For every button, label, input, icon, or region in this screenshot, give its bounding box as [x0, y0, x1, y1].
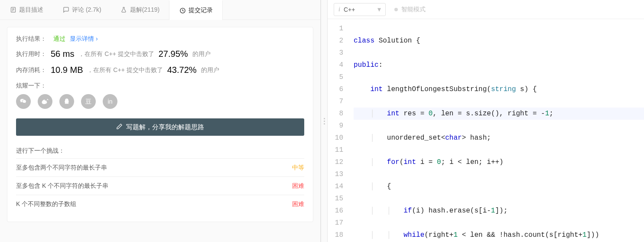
memory-text-before: ，在所有 C++ 提交中击败了 [87, 66, 163, 74]
challenge-item[interactable]: K 个不同整数的子数组 困难 [16, 195, 304, 213]
challenge-title: K 个不同整数的子数组 [16, 200, 76, 208]
challenge-item[interactable]: 至多包含 K 个不同字符的最长子串 困难 [16, 177, 304, 195]
editor-panel: i C++ ▾ 智能模式 123456789 10111213141516171… [328, 0, 644, 242]
tab-submissions-label: 提交记录 [189, 7, 213, 14]
tab-description[interactable]: 题目描述 [0, 0, 53, 20]
memory-value: 10.9 MB [51, 65, 83, 75]
share-weibo-icon[interactable] [38, 94, 52, 109]
challenge-title: 至多包含 K 个不同字符的最长子串 [16, 182, 108, 190]
tab-comments-label: 评论 (2.7k) [72, 6, 101, 14]
share-linkedin-icon[interactable]: in [103, 94, 117, 109]
resize-handle[interactable] [321, 0, 328, 242]
runtime-value: 56 ms [51, 49, 74, 59]
runtime-label: 执行用时： [16, 50, 46, 58]
write-solution-label: 写题解，分享我的解题思路 [126, 123, 204, 131]
challenge-item[interactable]: 至多包含两个不同字符的最长子串 中等 [16, 158, 304, 177]
editor-toolbar: i C++ ▾ 智能模式 [328, 0, 644, 19]
share-douban-icon[interactable]: 豆 [81, 94, 96, 109]
memory-percent: 43.72% [167, 65, 197, 75]
runtime-percent: 27.95% [159, 49, 188, 59]
write-solution-button[interactable]: 写题解，分享我的解题思路 [16, 118, 304, 136]
next-challenge-label: 进行下一个挑战： [16, 147, 304, 155]
tab-description-label: 题目描述 [19, 6, 43, 14]
history-icon [179, 7, 186, 14]
comment-icon [62, 7, 69, 13]
tab-solutions-label: 题解(2119) [130, 6, 159, 14]
runtime-text-before: ，在所有 C++ 提交中击败了 [78, 50, 154, 58]
left-panel: 题目描述 评论 (2.7k) 题解(2119) 提交记录 [0, 0, 321, 242]
pencil-icon [116, 123, 123, 131]
code-content[interactable]: class Solution { public: int lengthOfLon… [349, 19, 644, 242]
challenge-title: 至多包含两个不同字符的最长子串 [16, 164, 107, 172]
dot-icon [394, 8, 398, 11]
result-detail-link[interactable]: 显示详情 › [70, 35, 98, 43]
document-icon [10, 7, 16, 13]
tabs-bar: 题目描述 评论 (2.7k) 题解(2119) 提交记录 [0, 0, 320, 20]
runtime-text-after: 的用户 [192, 50, 211, 58]
challenge-level: 中等 [292, 164, 304, 172]
result-card: 执行结果： 通过 显示详情 › 执行用时： 56 ms ，在所有 C++ 提交中… [7, 27, 313, 222]
chevron-down-icon: ▾ [377, 5, 381, 13]
result-status: 通过 [53, 35, 65, 43]
result-label: 执行结果： [16, 35, 46, 43]
line-numbers: 123456789 101112131415161718 [328, 19, 349, 242]
smart-mode-toggle[interactable]: 智能模式 [394, 6, 426, 13]
tab-comments[interactable]: 评论 (2.7k) [53, 0, 111, 20]
share-wechat-icon[interactable] [16, 94, 31, 109]
challenge-level: 困难 [292, 182, 304, 190]
language-value: C++ [344, 6, 374, 13]
smart-mode-label: 智能模式 [401, 6, 426, 13]
info-icon: i [338, 6, 340, 13]
language-select[interactable]: i C++ ▾ [334, 3, 386, 16]
share-qq-icon[interactable] [59, 94, 74, 109]
memory-text-after: 的用户 [201, 66, 219, 74]
tab-solutions[interactable]: 题解(2119) [111, 0, 169, 20]
challenge-level: 困难 [292, 200, 304, 208]
code-editor[interactable]: 123456789 101112131415161718 class Solut… [328, 19, 644, 242]
flask-icon [120, 7, 127, 13]
memory-label: 内存消耗： [16, 66, 46, 74]
tab-submissions[interactable]: 提交记录 [169, 0, 223, 20]
share-label: 炫耀一下： [16, 82, 46, 90]
